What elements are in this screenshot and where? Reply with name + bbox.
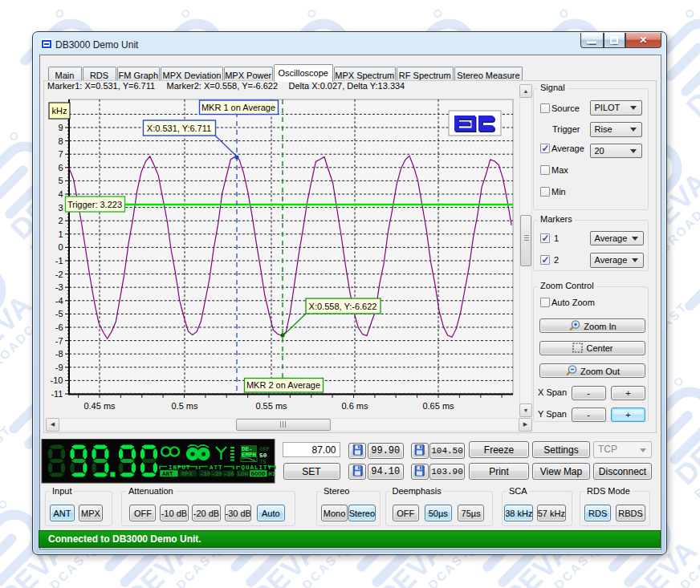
svg-text:ANT: ANT bbox=[162, 471, 173, 477]
svg-text:MPX: MPX bbox=[181, 471, 193, 477]
svg-text:-10: -10 bbox=[200, 471, 211, 477]
svg-text:LOW: LOW bbox=[238, 471, 249, 477]
svg-text:QUALITY: QUALITY bbox=[242, 464, 273, 471]
svg-text:-30: -30 bbox=[223, 471, 234, 477]
svg-text:ATT: ATT bbox=[210, 464, 223, 471]
svg-text:GOOD: GOOD bbox=[251, 471, 267, 477]
svg-text:-20: -20 bbox=[212, 471, 223, 477]
svg-text:HI: HI bbox=[268, 471, 275, 477]
svg-text:INPUT: INPUT bbox=[169, 464, 191, 471]
